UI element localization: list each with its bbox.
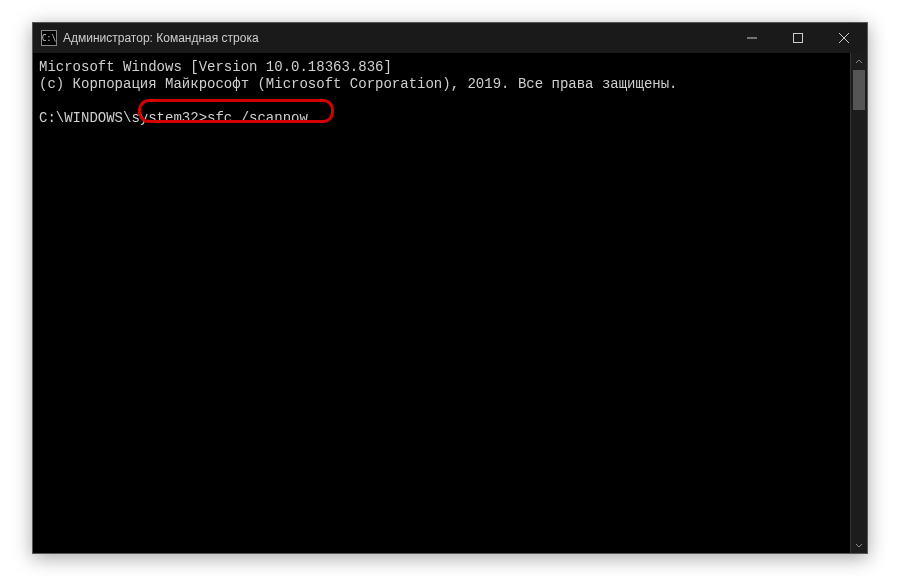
console-line: Microsoft Windows [Version 10.0.18363.83… — [39, 59, 392, 75]
close-button[interactable] — [821, 23, 867, 53]
chevron-up-icon — [855, 58, 863, 66]
cursor — [308, 121, 316, 123]
client-area: Microsoft Windows [Version 10.0.18363.83… — [33, 53, 867, 553]
chevron-down-icon — [855, 541, 863, 549]
maximize-icon — [793, 33, 803, 43]
scroll-thumb[interactable] — [853, 70, 865, 110]
window-controls — [729, 23, 867, 53]
scroll-track[interactable] — [851, 70, 867, 536]
console-line: (c) Корпорация Майкрософт (Microsoft Cor… — [39, 76, 678, 92]
cmd-icon: C:\ — [41, 30, 57, 46]
scroll-down-button[interactable] — [851, 536, 867, 553]
window-title: Администратор: Командная строка — [63, 31, 729, 45]
close-icon — [839, 33, 849, 43]
minimize-button[interactable] — [729, 23, 775, 53]
scroll-up-button[interactable] — [851, 53, 867, 70]
maximize-button[interactable] — [775, 23, 821, 53]
prompt-line: C:\WINDOWS\system32>sfc /scannow — [39, 110, 316, 126]
prompt-command: \system32>sfc /scannow — [123, 110, 308, 126]
minimize-icon — [747, 33, 757, 43]
cmd-window: C:\ Администратор: Командная строка Micr… — [32, 22, 868, 554]
titlebar[interactable]: C:\ Администратор: Командная строка — [33, 23, 867, 53]
prompt-prefix: C:\WINDOWS — [39, 110, 123, 126]
svg-rect-1 — [794, 34, 803, 43]
scrollbar[interactable] — [850, 53, 867, 553]
console-output[interactable]: Microsoft Windows [Version 10.0.18363.83… — [33, 53, 850, 553]
